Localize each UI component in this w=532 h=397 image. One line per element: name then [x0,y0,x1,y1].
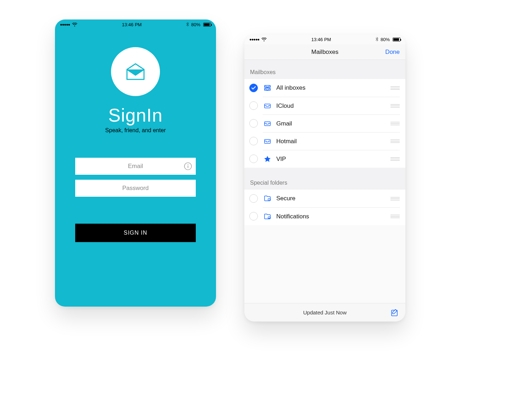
mailboxes-screen: ●●●●● 13:46 PM 80% Mailboxes Done Mailbo… [244,34,405,321]
drag-handle-icon[interactable] [390,157,400,161]
inbox-stack-icon [263,84,272,92]
mailbox-row[interactable]: Gmail [244,114,405,132]
info-icon[interactable] [184,162,192,170]
special-list: SecureNotifications [244,190,405,225]
compose-icon [390,308,399,317]
compose-button[interactable] [390,308,399,317]
row-label: Secure [276,195,390,202]
row-label: VIP [276,156,390,163]
drag-handle-icon[interactable] [390,197,400,200]
row-radio[interactable] [249,101,258,110]
mailbox-row[interactable]: All inboxes [244,79,405,97]
status-battery-pct: 80% [191,22,200,27]
nav-title: Mailboxes [311,49,339,56]
inbox-icon [263,138,272,145]
mailbox-row[interactable]: Notifications [244,207,405,225]
status-battery-pct: 80% [381,37,390,42]
status-time: 13:46 PM [311,37,331,42]
star-icon [263,155,272,163]
signal-dots-icon: ●●●●● [249,37,259,41]
drag-handle-icon[interactable] [390,122,400,125]
envelope-open-icon [123,60,148,84]
mailbox-row[interactable]: Secure [244,190,405,207]
mailboxes-list: All inboxesICloudGmailHotmailVIP [244,79,405,168]
mailbox-row[interactable]: Hotmail [244,132,405,150]
inbox-icon [263,120,272,128]
row-label: Hotmail [276,138,390,145]
toolbar: Updated Just Now [244,303,405,321]
status-bar: ●●●●● 13:46 PM 80% [244,34,405,44]
row-label: All inboxes [276,84,390,91]
toolbar-status: Updated Just Now [303,309,347,315]
battery-icon [203,23,211,27]
row-label: Gmail [276,120,390,127]
battery-icon [393,38,400,41]
signin-screen: ●●●●● 13:46 PM 80% SignIn Speak, friend,… [55,19,216,307]
password-field-wrap [75,180,196,197]
mailbox-row[interactable]: ICloud [244,97,405,114]
inbox-icon [263,102,272,110]
status-time: 13:46 PM [122,22,142,27]
bluetooth-icon [376,37,378,42]
wifi-icon [72,23,77,27]
folder-shield-icon [263,195,272,202]
password-field[interactable] [75,180,196,197]
nav-bar: Mailboxes Done [244,44,405,60]
mailbox-row[interactable]: VIP [244,150,405,168]
row-radio[interactable] [249,212,258,220]
signin-title: SignIn [108,105,162,126]
drag-handle-icon[interactable] [390,104,400,107]
status-bar: ●●●●● 13:46 PM 80% [55,19,216,29]
row-radio[interactable] [249,84,258,92]
drag-handle-icon[interactable] [390,215,400,218]
row-label: Notifications [276,213,390,220]
mailboxes-header: Mailboxes [244,60,405,79]
signal-dots-icon: ●●●●● [60,22,70,27]
row-radio[interactable] [249,119,258,128]
email-field[interactable] [75,158,196,175]
signin-button[interactable]: SIGN IN [75,224,196,242]
special-header: Special folders [244,170,405,190]
row-label: ICloud [276,102,390,110]
row-radio[interactable] [249,194,258,203]
row-radio[interactable] [249,155,258,163]
bluetooth-icon [186,22,189,27]
svg-rect-2 [188,166,188,168]
row-radio[interactable] [249,137,258,145]
drag-handle-icon[interactable] [390,86,400,90]
svg-point-1 [188,164,188,165]
wifi-icon [261,38,267,41]
app-logo [111,47,160,96]
done-button[interactable]: Done [385,49,400,56]
signin-subtitle: Speak, friend, and enter [105,127,166,134]
email-field-wrap [75,158,196,175]
folder-bell-icon [263,213,272,220]
drag-handle-icon[interactable] [390,140,400,143]
